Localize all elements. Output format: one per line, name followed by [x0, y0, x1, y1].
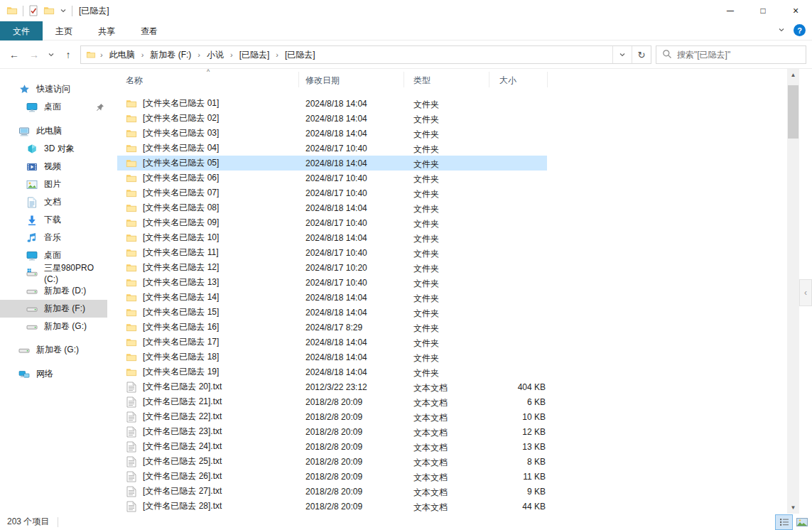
breadcrumb-separator-icon[interactable]: ›	[195, 50, 202, 59]
file-name-cell[interactable]: [文件夹名已隐去 09]	[126, 215, 302, 230]
column-divider[interactable]	[404, 72, 404, 87]
sidebar-item[interactable]: 视频	[0, 158, 107, 175]
file-row[interactable]: [文件名已隐去 28].txt 2018/2/8 20:09 文本文档 44 K…	[117, 499, 787, 514]
file-row[interactable]: [文件夹名已隐去 10] 2024/8/18 14:04 文件夹	[117, 230, 787, 245]
file-name-cell[interactable]: [文件名已隐去 23].txt	[126, 424, 302, 439]
close-button[interactable]: ×	[779, 0, 812, 21]
ribbon-tab[interactable]: 文件	[0, 21, 43, 40]
file-row[interactable]: [文件夹名已隐去 13] 2024/8/17 10:40 文件夹	[117, 275, 787, 290]
file-row[interactable]: [文件名已隐去 23].txt 2018/2/8 20:09 文本文档 12 K…	[117, 424, 787, 439]
expand-ribbon-chevron-icon[interactable]	[778, 26, 785, 36]
file-name-cell[interactable]: [文件夹名已隐去 06]	[126, 171, 302, 185]
file-name-cell[interactable]: [文件夹名已隐去 12]	[126, 260, 302, 275]
file-name-cell[interactable]: [文件夹名已隐去 10]	[126, 230, 302, 245]
up-icon[interactable]: ↑	[60, 46, 77, 63]
column-divider[interactable]	[489, 72, 489, 87]
breadcrumb-segment[interactable]: 此电脑	[107, 47, 138, 63]
column-header-size[interactable]: 大小	[499, 75, 516, 87]
back-icon[interactable]: ←	[6, 46, 23, 63]
sidebar-item[interactable]: 下载	[0, 211, 107, 229]
file-row[interactable]: [文件名已隐去 26].txt 2018/2/8 20:09 文本文档 11 K…	[117, 469, 787, 484]
sidebar-item[interactable]: 新加卷 (G:)	[0, 341, 107, 359]
sidebar-item[interactable]: 新加卷 (F:)	[0, 300, 107, 318]
file-name-cell[interactable]: [文件名已隐去 27].txt	[126, 484, 302, 499]
vertical-scrollbar[interactable]: ▲ ▼	[787, 69, 799, 514]
file-name-cell[interactable]: [文件夹名已隐去 15]	[126, 305, 302, 320]
scrollbar-thumb[interactable]	[788, 85, 799, 139]
scroll-down-icon[interactable]: ▼	[787, 502, 799, 514]
file-row[interactable]: [文件名已隐去 20].txt 2012/3/22 23:12 文本文档 404…	[117, 379, 787, 394]
file-row[interactable]: [文件夹名已隐去 07] 2024/8/17 10:40 文件夹	[117, 185, 787, 200]
sidebar-item[interactable]: 新加卷 (G:)	[0, 318, 107, 335]
file-name-cell[interactable]: [文件名已隐去 22].txt	[126, 409, 302, 424]
file-row[interactable]: [文件夹名已隐去 19] 2024/8/18 14:04 文件夹	[117, 364, 787, 379]
file-row[interactable]: [文件夹名已隐去 16] 2024/8/17 8:29 文件夹	[117, 320, 787, 335]
file-row[interactable]: [文件夹名已隐去 01] 2024/8/18 14:04 文件夹	[117, 96, 787, 111]
forward-icon[interactable]: →	[26, 46, 43, 63]
sidebar-item[interactable]: 文档	[0, 193, 107, 211]
file-row[interactable]: [文件夹名已隐去 02] 2024/8/18 14:04 文件夹	[117, 111, 787, 126]
breadcrumb-separator-icon[interactable]: ›	[139, 50, 146, 59]
file-row[interactable]: [文件夹名已隐去 05] 2024/8/18 14:04 文件夹	[117, 156, 787, 171]
ribbon-tab[interactable]: 共享	[85, 21, 128, 40]
file-name-cell[interactable]: [文件夹名已隐去 01]	[126, 96, 302, 111]
file-name-cell[interactable]: [文件夹名已隐去 17]	[126, 335, 302, 350]
sidebar-item[interactable]: 网络	[0, 365, 107, 383]
collapse-panel-chevron-icon[interactable]: ‹	[799, 279, 812, 306]
sidebar-item[interactable]: 三星980PRO (C:)	[0, 264, 107, 282]
file-name-cell[interactable]: [文件夹名已隐去 14]	[126, 290, 302, 305]
breadcrumb-segment[interactable]: [已隐去]	[237, 47, 273, 63]
sidebar-item[interactable]: 图片	[0, 175, 107, 193]
column-header-date[interactable]: 修改日期	[305, 75, 340, 87]
sidebar-item[interactable]: 快速访问	[0, 80, 107, 98]
file-row[interactable]: [文件夹名已隐去 08] 2024/8/18 14:04 文件夹	[117, 200, 787, 215]
file-row[interactable]: [文件夹名已隐去 12] 2024/8/17 10:20 文件夹	[117, 260, 787, 275]
file-name-cell[interactable]: [文件夹名已隐去 03]	[126, 126, 302, 141]
sidebar-item[interactable]: 3D 对象	[0, 140, 107, 158]
file-row[interactable]: [文件名已隐去 24].txt 2018/2/8 20:09 文本文档 13 K…	[117, 439, 787, 454]
file-name-cell[interactable]: [文件名已隐去 25].txt	[126, 454, 302, 469]
customize-toolbar-chevron-icon[interactable]	[60, 7, 67, 14]
column-divider[interactable]	[298, 72, 299, 87]
sidebar-item[interactable]: 桌面	[0, 98, 107, 116]
file-name-cell[interactable]: [文件夹名已隐去 05]	[126, 156, 302, 171]
properties-check-icon[interactable]	[28, 5, 38, 16]
file-row[interactable]: [文件夹名已隐去 06] 2024/8/17 10:40 文件夹	[117, 171, 787, 185]
minimize-button[interactable]: ─	[714, 0, 747, 21]
details-view-button[interactable]	[775, 514, 793, 530]
help-button[interactable]: ?	[794, 24, 806, 36]
address-box[interactable]: ›此电脑›新加卷 (F:)›小说›[已隐去]›[已隐去] ↻	[80, 45, 651, 64]
sidebar-item[interactable]: 新加卷 (D:)	[0, 282, 107, 300]
file-name-cell[interactable]: [文件夹名已隐去 02]	[126, 111, 302, 126]
new-folder-icon[interactable]	[43, 5, 55, 16]
file-row[interactable]: [文件夹名已隐去 14] 2024/8/18 14:04 文件夹	[117, 290, 787, 305]
file-name-cell[interactable]: [文件夹名已隐去 11]	[126, 245, 302, 260]
file-row[interactable]: [文件名已隐去 22].txt 2018/2/8 20:09 文本文档 10 K…	[117, 409, 787, 424]
file-name-cell[interactable]: [文件夹名已隐去 04]	[126, 141, 302, 156]
refresh-icon[interactable]: ↻	[632, 46, 651, 63]
file-name-cell[interactable]: [文件名已隐去 20].txt	[126, 379, 302, 394]
sidebar-item[interactable]: 此电脑	[0, 122, 107, 140]
file-row[interactable]: [文件名已隐去 27].txt 2018/2/8 20:09 文本文档 9 KB	[117, 484, 787, 499]
file-row[interactable]: [文件夹名已隐去 11] 2024/8/17 10:40 文件夹	[117, 245, 787, 260]
file-name-cell[interactable]: [文件夹名已隐去 07]	[126, 185, 302, 200]
breadcrumb-segment[interactable]: [已隐去]	[282, 47, 318, 63]
breadcrumb-segment[interactable]: 小说	[204, 47, 227, 63]
file-name-cell[interactable]: [文件夹名已隐去 18]	[126, 350, 302, 364]
file-name-cell[interactable]: [文件名已隐去 21].txt	[126, 394, 302, 409]
file-row[interactable]: [文件夹名已隐去 09] 2024/8/17 10:40 文件夹	[117, 215, 787, 230]
file-name-cell[interactable]: [文件名已隐去 24].txt	[126, 439, 302, 454]
file-name-cell[interactable]: [文件夹名已隐去 19]	[126, 364, 302, 379]
sidebar-item[interactable]: 音乐	[0, 229, 107, 247]
file-row[interactable]: [文件夹名已隐去 15] 2024/8/18 14:04 文件夹	[117, 305, 787, 320]
breadcrumb-separator-icon[interactable]: ›	[274, 50, 281, 59]
file-name-cell[interactable]: [文件夹名已隐去 16]	[126, 320, 302, 335]
breadcrumb-separator-icon[interactable]: ›	[228, 50, 235, 59]
column-divider[interactable]	[547, 72, 548, 87]
file-row[interactable]: [文件名已隐去 25].txt 2018/2/8 20:09 文本文档 8 KB	[117, 454, 787, 469]
file-name-cell[interactable]: [文件名已隐去 26].txt	[126, 469, 302, 484]
search-input[interactable]: 搜索"[已隐去]"	[656, 45, 806, 64]
thumbnails-view-button[interactable]	[793, 514, 811, 530]
file-name-cell[interactable]: [文件夹名已隐去 08]	[126, 200, 302, 215]
column-header-type[interactable]: 类型	[413, 75, 431, 87]
